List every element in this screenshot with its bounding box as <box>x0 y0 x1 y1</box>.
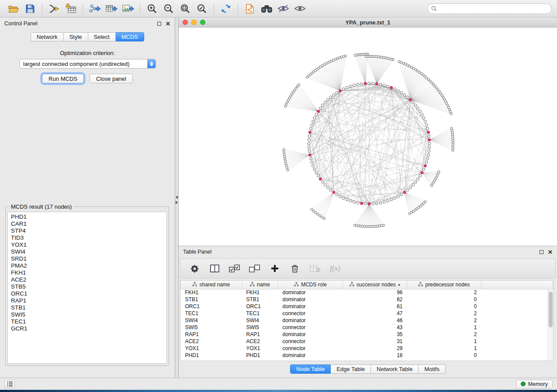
cell[interactable]: 61 <box>343 303 407 310</box>
float-table-panel-button[interactable] <box>540 250 543 254</box>
close-panel-button[interactable]: ✕ <box>166 21 170 27</box>
cell[interactable]: ACE2 <box>181 338 242 345</box>
cell[interactable]: STB1 <box>242 296 278 303</box>
cell[interactable]: SWI4 <box>242 317 278 324</box>
cell[interactable]: 31 <box>343 338 407 345</box>
cell[interactable]: 46 <box>343 317 407 324</box>
tab-select[interactable]: Select <box>88 32 116 41</box>
network-canvas[interactable] <box>179 28 557 246</box>
table-row[interactable]: TEC1TEC1connector472 <box>181 310 553 317</box>
cell[interactable]: 2 <box>407 310 481 317</box>
run-mcds-button[interactable]: Run MCDS <box>42 74 84 83</box>
cell[interactable]: 0 <box>407 296 481 303</box>
column-header-shared-name[interactable]: shared name <box>181 281 242 289</box>
result-node[interactable]: RAP1 <box>11 297 166 304</box>
result-node[interactable]: SWI4 <box>11 248 166 255</box>
cell[interactable]: RAP1 <box>181 331 242 338</box>
cell[interactable]: SWI5 <box>242 324 278 331</box>
tab-network-table[interactable]: Network Table <box>371 364 419 374</box>
task-history-button[interactable] <box>4 380 15 388</box>
result-node[interactable]: TID3 <box>11 234 166 241</box>
zoom-fit-button[interactable] <box>177 2 194 16</box>
table-row[interactable]: SWI5SWI5connector431 <box>181 324 553 331</box>
cell[interactable]: PHD1 <box>181 352 242 359</box>
delete-column-button[interactable] <box>288 261 302 276</box>
zoom-in-button[interactable] <box>144 2 160 16</box>
zoom-out-button[interactable] <box>160 2 177 16</box>
tab-style[interactable]: Style <box>64 32 88 41</box>
cell[interactable]: ORC1 <box>181 303 242 310</box>
table-row[interactable]: RAP1RAP1dominator352 <box>181 331 553 338</box>
export-network-button[interactable] <box>86 2 103 16</box>
criterion-dropdown[interactable]: largest connected component (undirected) <box>19 59 156 69</box>
refresh-view-button[interactable] <box>218 2 234 16</box>
column-header-name[interactable]: name <box>242 281 278 289</box>
result-node[interactable]: STB5 <box>11 283 166 290</box>
cell[interactable]: dominator <box>278 303 343 310</box>
cell[interactable]: 62 <box>343 296 407 303</box>
tab-node-table[interactable]: Node Table <box>290 364 331 374</box>
cell[interactable]: 47 <box>343 310 407 317</box>
result-node[interactable]: FKH1 <box>11 269 166 276</box>
tab-motifs[interactable]: Motifs <box>419 364 446 374</box>
cell[interactable]: SWI5 <box>181 324 242 331</box>
cell[interactable]: FKH1 <box>181 289 242 296</box>
cell[interactable]: 18 <box>343 352 407 359</box>
cell[interactable]: 1 <box>407 345 481 352</box>
column-header-predecessor-nodes[interactable]: predecessor nodes <box>407 281 481 289</box>
close-mcds-panel-button[interactable]: Close panel <box>90 74 133 83</box>
result-node[interactable]: GCR1 <box>11 325 166 332</box>
cell[interactable]: connector <box>278 324 343 331</box>
column-header-successor-nodes[interactable]: successor nodes▾ <box>343 281 407 289</box>
scrollbar-thumb[interactable] <box>549 292 553 327</box>
result-node[interactable]: ORC1 <box>11 290 166 297</box>
cell[interactable]: FKH1 <box>242 289 278 296</box>
cell[interactable]: RAP1 <box>242 331 278 338</box>
result-node[interactable]: YOX1 <box>11 241 166 248</box>
cell[interactable]: SWI4 <box>181 317 242 324</box>
tab-mcds[interactable]: MCDS <box>116 32 144 41</box>
cell[interactable]: YOX1 <box>242 345 278 352</box>
table-row[interactable]: ORC1ORC1dominator610 <box>181 303 553 310</box>
cell[interactable]: dominator <box>278 296 343 303</box>
table-row[interactable]: SWI4SWI4dominator462 <box>181 317 553 324</box>
result-node[interactable]: ACE2 <box>11 276 166 283</box>
splitter-collapse-handle[interactable] <box>176 196 178 204</box>
network-graph[interactable] <box>179 28 557 246</box>
window-close-traffic-light[interactable] <box>183 20 188 25</box>
cell[interactable]: 0 <box>407 303 481 310</box>
cell[interactable]: TEC1 <box>181 310 242 317</box>
cell[interactable]: YOX1 <box>181 345 242 352</box>
zoom-selected-button[interactable] <box>194 2 210 16</box>
cell[interactable]: 1 <box>407 324 481 331</box>
deselect-all-rows-button[interactable] <box>248 261 262 276</box>
cell[interactable]: 1 <box>407 338 481 345</box>
window-minimize-traffic-light[interactable] <box>191 20 197 25</box>
result-node[interactable]: STP4 <box>11 227 166 234</box>
cell[interactable]: 0 <box>407 352 481 359</box>
table-row[interactable]: STB1STB1dominator620 <box>181 296 553 303</box>
show-all-button[interactable] <box>291 2 308 16</box>
close-table-panel-button[interactable]: ✕ <box>548 249 553 255</box>
tab-network[interactable]: Network <box>31 32 64 41</box>
result-node[interactable]: PMA2 <box>11 262 166 269</box>
cell[interactable]: dominator <box>278 331 343 338</box>
float-panel-button[interactable] <box>157 22 161 26</box>
cell[interactable]: TEC1 <box>242 310 278 317</box>
cell[interactable]: 2 <box>407 289 481 296</box>
export-image-button[interactable] <box>120 2 136 16</box>
find-button[interactable] <box>258 2 275 16</box>
panel-splitter[interactable] <box>175 17 179 378</box>
add-column-button[interactable] <box>268 261 282 276</box>
save-session-button[interactable] <box>22 2 38 16</box>
table-row[interactable]: YOX1YOX1connector291 <box>181 345 553 352</box>
cell[interactable]: dominator <box>278 289 343 296</box>
hide-selected-button[interactable] <box>275 2 291 16</box>
cell[interactable]: ORC1 <box>242 303 278 310</box>
network-window-titlebar[interactable]: YPA_prune.txt_1 <box>179 17 557 28</box>
cell[interactable]: STB1 <box>181 296 242 303</box>
result-node[interactable]: CAR1 <box>11 220 166 227</box>
mcds-result-list[interactable]: PHD1CAR1STP4TID3YOX1SWI4SRD1PMA2FKH1ACE2… <box>7 212 167 364</box>
window-zoom-traffic-light[interactable] <box>200 20 205 25</box>
cell[interactable]: connector <box>278 345 343 352</box>
